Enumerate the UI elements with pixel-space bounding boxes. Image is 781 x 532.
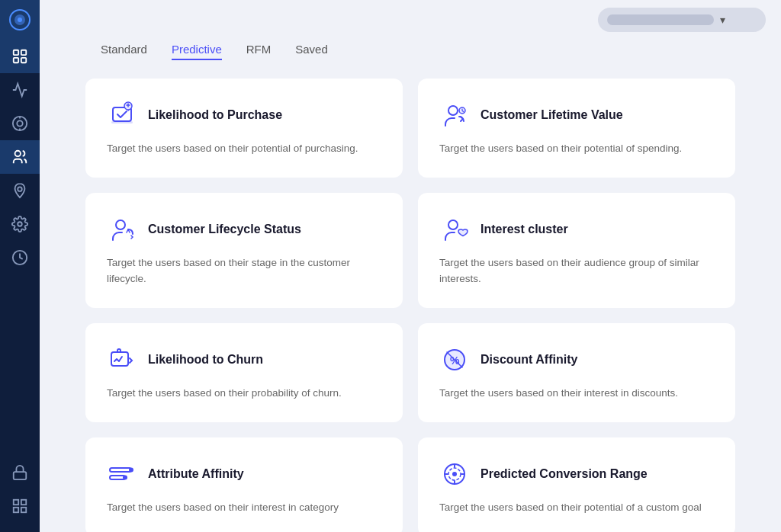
card-predicted-conversion-range[interactable]: Predicted Conversion Range Target the us… — [418, 437, 735, 532]
nav-clock-icon[interactable] — [0, 241, 40, 274]
svg-rect-16 — [14, 500, 18, 505]
tab-predictive[interactable]: Predictive — [172, 40, 222, 60]
svg-rect-6 — [21, 58, 26, 62]
tab-saved[interactable]: Saved — [295, 40, 328, 60]
svg-point-2 — [18, 18, 22, 22]
card-header: Attribute Affinity — [107, 459, 381, 489]
svg-rect-3 — [14, 50, 18, 55]
card-title: Likelihood to Churn — [148, 353, 263, 367]
card-header: Likelihood to Churn — [107, 345, 381, 375]
svg-point-11 — [15, 151, 21, 156]
nav-target-icon[interactable] — [0, 107, 40, 140]
nav-lock-icon[interactable] — [0, 456, 40, 489]
lifecycle-icon — [107, 214, 137, 245]
svg-point-12 — [18, 187, 22, 191]
card-header: % Discount Affinity — [439, 345, 714, 375]
svg-point-36 — [452, 472, 457, 476]
card-likelihood-purchase[interactable]: Likelihood to Purchase Target the users … — [85, 79, 403, 178]
card-title: Predicted Conversion Range — [480, 467, 648, 481]
discount-icon: % — [439, 345, 470, 375]
card-description: Target the users based on their audience… — [439, 255, 714, 287]
nav-grid-icon[interactable] — [0, 489, 40, 523]
card-header: Predicted Conversion Range — [439, 459, 714, 489]
card-title: Customer Lifecycle Status — [148, 223, 301, 236]
content-area: Likelihood to Purchase Target the users … — [40, 79, 781, 532]
nav-home-icon[interactable] — [0, 40, 40, 73]
card-description: Target the users based on their potentia… — [439, 141, 714, 156]
cards-grid: Likelihood to Purchase Target the users … — [85, 79, 735, 532]
svg-rect-19 — [21, 508, 26, 512]
card-title: Interest cluster — [480, 223, 568, 236]
card-discount-affinity[interactable]: % Discount Affinity Target the users bas… — [418, 323, 735, 422]
card-title: Attribute Affinity — [148, 467, 244, 481]
card-customer-lifecycle-status[interactable]: Customer Lifecycle Status Target the use… — [85, 193, 403, 308]
churn-icon — [107, 345, 137, 375]
svg-point-8 — [17, 120, 22, 126]
card-header: Likelihood to Purchase — [107, 100, 381, 130]
lifetime-icon — [439, 100, 470, 130]
card-header: Interest cluster — [439, 214, 714, 245]
card-likelihood-churn[interactable]: Likelihood to Churn Target the users bas… — [85, 323, 403, 422]
svg-rect-17 — [21, 500, 26, 505]
card-description: Target the users based on their stage in… — [107, 255, 381, 287]
dropdown-arrow-icon[interactable]: ▾ — [720, 14, 725, 26]
sidebar — [0, 0, 40, 532]
search-bar[interactable]: ▾ — [598, 8, 766, 32]
interest-icon — [439, 214, 470, 245]
card-description: Target the users based on their potentia… — [439, 500, 714, 515]
card-header: Customer Lifetime Value — [439, 100, 714, 130]
svg-point-13 — [18, 222, 22, 226]
nav-users-icon[interactable] — [0, 140, 40, 174]
tab-rfm[interactable]: RFM — [246, 40, 272, 60]
sidebar-logo[interactable] — [0, 0, 40, 40]
svg-point-25 — [116, 220, 125, 229]
svg-point-23 — [448, 106, 458, 115]
nav-settings-icon[interactable] — [0, 207, 40, 241]
tabs-bar: Standard Predictive RFM Saved — [40, 40, 781, 60]
conversion-icon — [439, 459, 470, 489]
svg-rect-5 — [14, 58, 18, 62]
svg-rect-15 — [14, 472, 27, 479]
svg-rect-18 — [14, 508, 18, 512]
card-title: Discount Affinity — [480, 353, 577, 367]
card-description: Target the users based on their potentia… — [107, 141, 381, 156]
tab-standard[interactable]: Standard — [101, 40, 147, 60]
card-description: Target the users based on their probabil… — [107, 386, 381, 401]
card-title: Likelihood to Purchase — [148, 108, 282, 122]
card-customer-lifetime-value[interactable]: Customer Lifetime Value Target the users… — [418, 79, 735, 178]
svg-point-26 — [448, 220, 458, 229]
svg-rect-30 — [110, 468, 131, 472]
card-title: Customer Lifetime Value — [480, 108, 623, 122]
svg-rect-4 — [21, 50, 26, 55]
main-content: ▾ Standard Predictive RFM Saved — [40, 0, 781, 532]
nav-pin-icon[interactable] — [0, 174, 40, 207]
svg-point-33 — [123, 476, 127, 480]
topbar: ▾ — [40, 0, 781, 40]
svg-point-32 — [129, 468, 133, 473]
card-interest-cluster[interactable]: Interest cluster Target the users based … — [418, 193, 735, 308]
card-description: Target the users based on their interest… — [439, 386, 714, 401]
attribute-icon — [107, 459, 137, 489]
card-header: Customer Lifecycle Status — [107, 214, 381, 245]
card-attribute-affinity[interactable]: Attribute Affinity Target the users base… — [85, 437, 403, 532]
nav-chart-icon[interactable] — [0, 73, 40, 107]
purchase-icon — [107, 100, 137, 130]
card-description: Target the users based on their interest… — [107, 500, 381, 515]
